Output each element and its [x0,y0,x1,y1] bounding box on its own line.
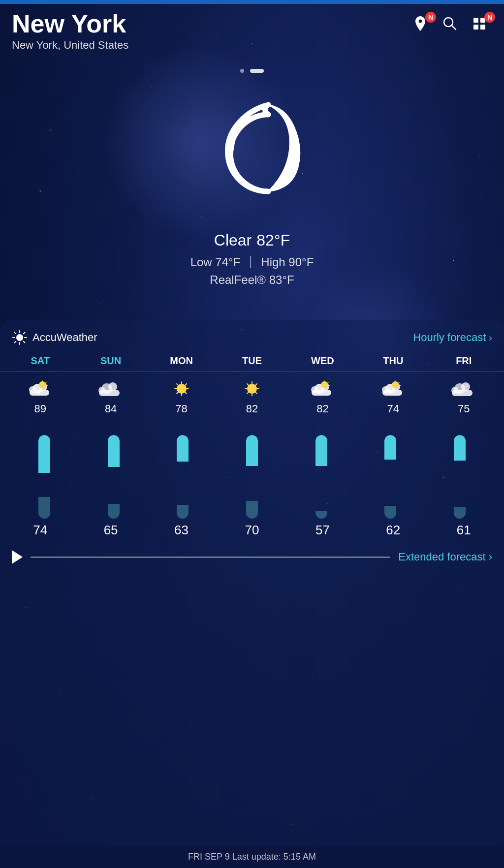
weather-icon [183,74,321,212]
bar-low-1 [108,504,120,519]
svg-rect-26 [99,390,120,396]
bar-high-6 [454,435,466,461]
svg-line-33 [185,392,187,394]
extended-label: Extended forecast [398,551,485,563]
wx-icon-sat [26,379,55,399]
bar-high-0 [38,435,50,473]
temp-divider [250,256,251,268]
weather-condition: Clear [214,231,252,249]
days-row: SAT SUN MON TUE WED THU FRI [0,350,504,372]
status-bar [0,0,504,4]
day-mon[interactable]: MON [146,355,217,367]
bar-track-6 [425,420,494,519]
svg-rect-64 [452,390,472,396]
high-temps-row: 89 84 78 82 82 74 75 [0,403,504,420]
location-info: New York New York, United States [12,10,128,52]
search-button[interactable] [441,15,463,36]
svg-line-14 [15,341,16,343]
extended-chevron: › [489,551,492,563]
svg-line-11 [15,333,16,334]
day-label-wed: WED [311,355,334,367]
svg-point-6 [16,334,23,341]
progress-bar [31,557,390,558]
high-temp-fri: 75 [449,403,478,415]
svg-rect-5 [480,25,485,30]
svg-line-21 [45,382,46,383]
svg-rect-4 [473,25,478,30]
day-thu[interactable]: THU [358,355,428,367]
wx-icon-mon [167,379,196,399]
menu-badge: N [484,12,495,23]
weather-temp: 82°F [256,231,290,249]
svg-line-42 [255,392,257,394]
day-label-tue: TUE [242,355,262,367]
city-name: New York [12,10,128,38]
svg-rect-18 [30,390,49,396]
page-indicator [240,69,264,73]
svg-rect-48 [312,390,331,396]
accu-brand: AccuWeather [12,330,97,345]
bottom-bar: Extended forecast › [0,545,504,569]
weather-icons-row [0,372,504,403]
wx-icon-fri [449,379,478,399]
temperature-bar-chart [0,420,504,519]
real-feel: RealFeel® 83°F [0,273,504,287]
extended-forecast-link[interactable]: Extended forecast › [398,551,492,563]
hourly-label: Hourly forecast [413,331,486,344]
day-label-sun: SUN [100,355,121,367]
hourly-chevron: › [489,332,492,343]
day-tue[interactable]: TUE [217,355,287,367]
svg-line-59 [398,382,399,383]
day-label-sat: SAT [31,355,50,367]
low-temp-tue: 70 [237,523,267,538]
hourly-forecast-link[interactable]: Hourly forecast › [413,331,492,344]
location-button[interactable]: N [411,15,433,36]
day-sat[interactable]: SAT [5,355,75,367]
bar-track-2 [148,420,218,519]
day-label-thu: THU [383,355,403,367]
bar-high-4 [315,435,327,466]
footer: FRI SEP 9 Last update: 5:15 AM [0,846,504,868]
location-badge: N [425,12,436,23]
search-icon [441,15,459,32]
bar-track-4 [286,420,356,519]
bar-high-5 [384,435,396,460]
wx-icon-thu [378,379,408,399]
low-temp-sun: 65 [96,523,126,538]
day-sun[interactable]: SUN [75,355,146,367]
current-weather: Clear 82°F Low 74°F High 90°F RealFeel® … [0,231,504,287]
low-temp-sat: 74 [26,523,55,538]
weather-low: Low 74°F [190,255,241,269]
dot-active [250,69,264,73]
bar-high-2 [177,435,189,462]
last-update: FRI SEP 9 Last update: 5:15 AM [188,852,316,862]
svg-line-51 [327,382,328,383]
header: New York New York, United States N [0,10,504,52]
bar-low-0 [38,497,50,519]
svg-line-32 [177,384,178,385]
svg-line-44 [247,392,249,394]
bar-low-5 [384,506,396,519]
day-label-fri: FRI [456,355,472,367]
svg-rect-2 [473,18,478,23]
bar-track-1 [79,420,149,519]
high-temp-thu: 74 [378,403,408,415]
day-wed[interactable]: WED [287,355,358,367]
bar-track-0 [10,420,79,519]
high-temp-wed: 82 [308,403,337,415]
dot-1 [240,69,244,73]
city-region: New York, United States [12,39,128,52]
day-fri[interactable]: FRI [429,355,499,367]
low-temp-fri: 61 [449,523,478,538]
bar-track-5 [356,420,425,519]
svg-rect-56 [382,390,402,396]
high-temp-sun: 84 [96,403,126,415]
svg-line-1 [452,26,456,30]
bar-low-2 [177,505,189,519]
play-button[interactable] [12,550,23,564]
header-icons: N N [411,15,492,36]
low-temps-row: 74 65 63 70 57 62 61 [0,519,504,545]
weather-high: High 90°F [261,255,314,269]
low-temp-thu: 62 [378,523,408,538]
menu-button[interactable]: N [471,15,492,36]
